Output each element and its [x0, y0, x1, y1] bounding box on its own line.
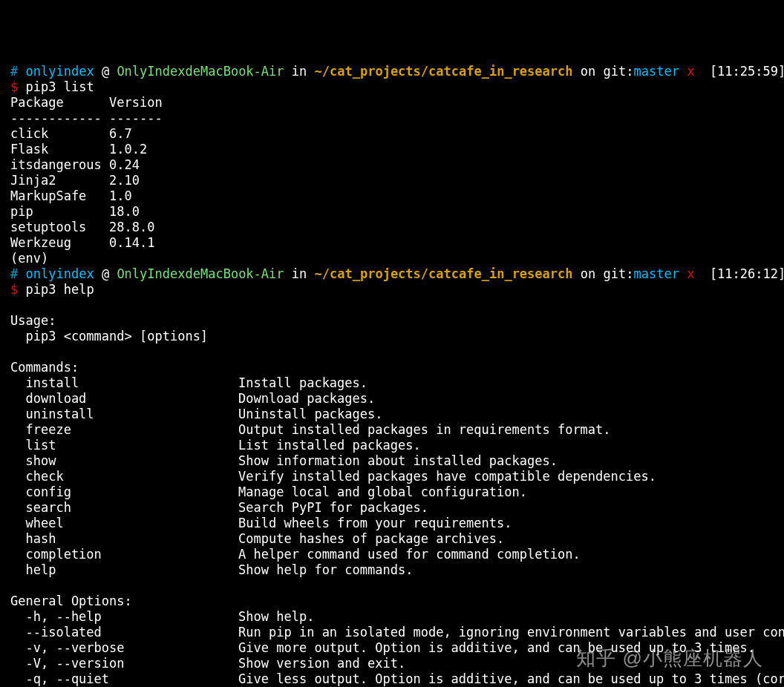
command-row: install Install packages. [10, 375, 774, 391]
package-row: click 6.7 [10, 126, 774, 142]
command-row: config Manage local and global configura… [10, 484, 774, 500]
option-row: -h, --help Show help. [10, 609, 774, 625]
package-row: setuptools 28.8.0 [10, 220, 774, 235]
command-row: show Show information about installed pa… [10, 453, 774, 469]
package-row: pip 18.0 [10, 204, 774, 220]
command-row: help Show help for commands. [10, 562, 774, 578]
option-row: -q, --quiet Give less output. Option is … [10, 671, 774, 687]
command-row: uninstall Uninstall packages. [10, 407, 774, 422]
package-row: itsdangerous 0.24 [10, 157, 774, 173]
package-row: Werkzeug 0.14.1 [10, 235, 774, 251]
option-row: -V, --version Show version and exit. [10, 656, 774, 671]
command-row: hash Compute hashes of package archives. [10, 531, 774, 547]
command-row: freeze Output installed packages in requ… [10, 422, 774, 438]
package-row: Jinja2 2.10 [10, 173, 774, 188]
command-row: wheel Build wheels from your requirement… [10, 516, 774, 531]
command-row: completion A helper command used for com… [10, 547, 774, 562]
command-row: list List installed packages. [10, 438, 774, 453]
option-row: -v, --verbose Give more output. Option i… [10, 640, 774, 656]
command-row: check Verify installed packages have com… [10, 469, 774, 484]
terminal-output[interactable]: # onlyindex @ OnlyIndexdeMacBook-Air in … [10, 64, 774, 687]
package-row: MarkupSafe 1.0 [10, 188, 774, 204]
command-row: download Download packages. [10, 391, 774, 407]
package-row: Flask 1.0.2 [10, 142, 774, 157]
command-row: search Search PyPI for packages. [10, 500, 774, 516]
option-row: --isolated Run pip in an isolated mode, … [10, 625, 774, 640]
